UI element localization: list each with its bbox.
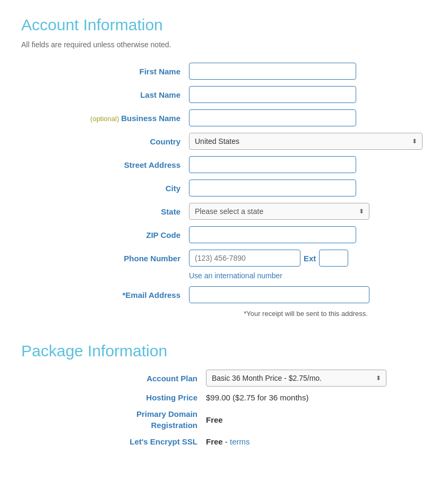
email-label: *Email Address: [21, 283, 185, 306]
ssl-free-value: Free: [206, 437, 223, 446]
account-plan-label: Account Plan: [21, 366, 202, 390]
hosting-price-label: Hosting Price: [21, 390, 202, 405]
ssl-row: Let's Encrypt SSL Free - terms: [21, 434, 427, 449]
state-select[interactable]: Please select a state Alabama Alaska Ari…: [189, 203, 369, 220]
hosting-price-row: Hosting Price $99.00 ($2.75 for 36 month…: [21, 390, 427, 405]
state-select-wrapper: Please select a state Alabama Alaska Ari…: [189, 203, 369, 220]
phone-label: Phone Number: [21, 246, 185, 270]
ssl-label: Let's Encrypt SSL: [21, 434, 202, 449]
last-name-input[interactable]: [189, 86, 356, 103]
phone-input[interactable]: [189, 250, 300, 267]
last-name-label: Last Name: [21, 83, 185, 106]
last-name-row: Last Name: [21, 83, 427, 106]
city-input[interactable]: [189, 179, 356, 196]
country-label: Country: [21, 130, 185, 153]
email-input[interactable]: [189, 286, 369, 303]
zip-label: ZIP Code: [21, 223, 185, 246]
country-row: Country United States Canada United King…: [21, 130, 427, 153]
optional-label: (optional): [90, 115, 119, 123]
primary-domain-row: Primary DomainRegistration Free: [21, 405, 427, 434]
ext-label: Ext: [304, 254, 316, 263]
email-row: *Email Address: [21, 283, 427, 306]
ext-input[interactable]: [319, 250, 348, 267]
international-number-link[interactable]: Use an international number: [189, 271, 282, 280]
hosting-price-value: $99.00 ($2.75 for 36 months): [202, 390, 427, 405]
business-name-input[interactable]: [189, 109, 356, 126]
first-name-row: First Name: [21, 59, 427, 83]
phone-row: Phone Number Ext: [21, 246, 427, 270]
account-plan-select-wrapper: Basic 36 Month Price - $2.75/mo. Basic 2…: [206, 370, 386, 387]
package-info-title: Package Information: [21, 342, 427, 360]
primary-domain-label: Primary DomainRegistration: [21, 405, 202, 434]
receipt-note-row: *Your receipt will be sent to this addre…: [21, 306, 427, 321]
country-select-wrapper: United States Canada United Kingdom Aust…: [189, 133, 423, 150]
zip-input[interactable]: [189, 226, 356, 243]
intl-link-row: Use an international number: [21, 270, 427, 283]
street-address-input[interactable]: [189, 156, 356, 173]
country-select[interactable]: United States Canada United Kingdom Aust…: [189, 133, 423, 150]
business-name-label: (optional)Business Name: [21, 106, 185, 130]
package-form-table: Account Plan Basic 36 Month Price - $2.7…: [21, 366, 427, 449]
section-divider: [21, 326, 427, 342]
zip-row: ZIP Code: [21, 223, 427, 246]
ssl-terms-link[interactable]: terms: [230, 437, 250, 446]
street-address-row: Street Address: [21, 153, 427, 176]
state-label: State: [21, 200, 185, 223]
account-form-table: First Name Last Name (optional)Business …: [21, 59, 427, 321]
account-subtitle: All fields are required unless otherwise…: [21, 40, 427, 49]
primary-domain-value: Free: [206, 415, 223, 424]
ssl-dash: -: [225, 437, 230, 446]
account-plan-row: Account Plan Basic 36 Month Price - $2.7…: [21, 366, 427, 390]
state-row: State Please select a state Alabama Alas…: [21, 200, 427, 223]
account-info-title: Account Information: [21, 16, 427, 34]
street-address-label: Street Address: [21, 153, 185, 176]
city-row: City: [21, 176, 427, 200]
business-name-row: (optional)Business Name: [21, 106, 427, 130]
account-plan-select[interactable]: Basic 36 Month Price - $2.75/mo. Basic 2…: [206, 370, 386, 387]
first-name-label: First Name: [21, 59, 185, 83]
receipt-note: *Your receipt will be sent to this addre…: [189, 310, 423, 318]
city-label: City: [21, 176, 185, 200]
phone-row-container: Ext: [189, 250, 423, 267]
first-name-input[interactable]: [189, 63, 356, 80]
